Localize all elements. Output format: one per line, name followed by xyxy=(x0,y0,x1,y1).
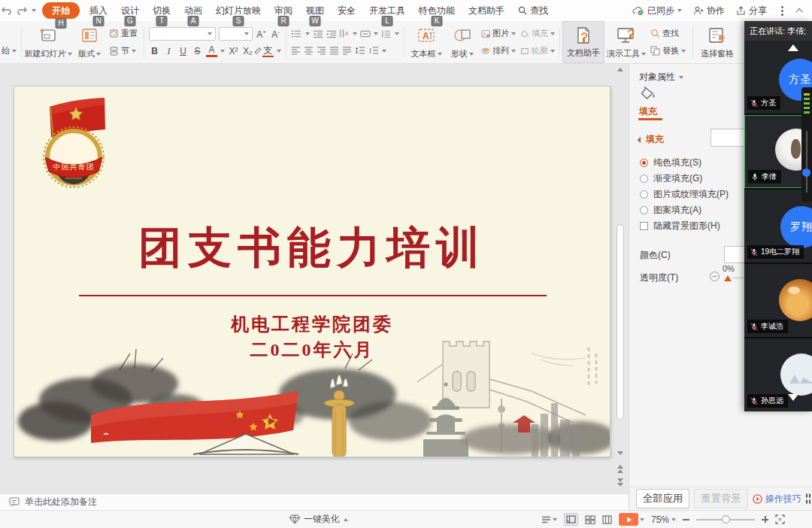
participant-tile-sunsiyuan[interactable]: 孙思远 xyxy=(744,338,812,411)
start-stub-button[interactable]: 始 xyxy=(2,44,17,58)
zoom-slider[interactable] xyxy=(696,519,755,520)
notes-bar[interactable]: 单击此处添加备注 xyxy=(0,493,629,510)
paragraph-spacing-icon[interactable] xyxy=(368,47,379,55)
find-button[interactable]: 查找 xyxy=(650,27,688,41)
participant-tile-lichenghao[interactable]: 李诚浩 xyxy=(744,264,812,337)
tab-security[interactable]: 安全 xyxy=(331,0,362,21)
fill-section-header[interactable]: 填充 xyxy=(638,133,664,146)
volume-slider-thumb[interactable] xyxy=(802,168,810,177)
volume-slider-track[interactable] xyxy=(806,131,807,193)
ribbon-doc-assistant-button[interactable]: 文档助手 xyxy=(562,21,604,63)
present-tools-button[interactable]: 演示工具 xyxy=(604,21,648,63)
zoom-out-button[interactable] xyxy=(683,519,689,520)
slide-title[interactable]: 团支书能力培训 xyxy=(14,219,610,278)
subscript-button[interactable]: X₂ xyxy=(242,45,253,57)
tab-home[interactable]: 开始H xyxy=(42,2,80,19)
sync-status[interactable]: 已同步 xyxy=(632,5,682,17)
editing-canvas[interactable]: 中国共青团 团支书能力培训 机电工程学院团委 二0二0年六月 xyxy=(0,64,629,493)
layout-button[interactable]: 版式 xyxy=(72,21,107,63)
more-menu-icon[interactable] xyxy=(781,10,783,12)
volume-slider-popup[interactable] xyxy=(801,87,812,202)
radio-picture-fill[interactable] xyxy=(640,190,648,199)
phonetic-caret-icon[interactable] xyxy=(277,50,281,53)
expand-more-participants-icon[interactable] xyxy=(788,394,798,401)
indent-decrease-icon[interactable] xyxy=(313,29,323,38)
scrollbar-thumb[interactable] xyxy=(617,224,624,420)
text-direction-icon[interactable]: A xyxy=(339,29,350,38)
textbox-button[interactable]: A 文本框 xyxy=(407,21,446,63)
share-button[interactable]: 分享 xyxy=(736,5,767,17)
font-color-button[interactable]: A xyxy=(206,45,217,57)
picture-button[interactable]: 图片 xyxy=(481,27,516,41)
tab-developer[interactable]: 开发工具L xyxy=(362,0,412,21)
columns-icon[interactable] xyxy=(381,29,392,38)
play-slideshow-button[interactable] xyxy=(619,513,638,526)
panel-title[interactable]: 对象属性 xyxy=(639,71,683,83)
tab-special-features[interactable]: 特色功能K xyxy=(412,0,462,21)
slide-sorter-view-icon[interactable] xyxy=(585,515,595,524)
option-gradient-fill[interactable]: 渐变填充(G) xyxy=(640,172,702,185)
reset-button[interactable]: 重置 xyxy=(109,27,139,41)
tab-transition[interactable]: 切换T xyxy=(146,0,177,21)
zoom-slider-thumb[interactable] xyxy=(722,515,730,523)
superscript-button[interactable]: X² xyxy=(228,45,239,57)
reset-background-button[interactable]: 重置背景 xyxy=(694,489,747,508)
collapse-ribbon-icon[interactable] xyxy=(795,8,803,15)
font-name-select[interactable] xyxy=(149,27,216,41)
menu-find[interactable]: 查找 xyxy=(511,0,555,21)
tab-animation[interactable]: 动画A xyxy=(177,0,209,21)
reading-view-icon[interactable] xyxy=(602,515,612,524)
one-click-beautify-button[interactable]: 一键美化 xyxy=(289,513,348,526)
tab-design[interactable]: 设计G xyxy=(114,0,146,21)
bullets-icon[interactable] xyxy=(291,29,302,38)
title-divider-line[interactable] xyxy=(79,295,547,296)
radio-solid-fill[interactable] xyxy=(640,159,648,167)
option-pattern-fill[interactable]: 图案填充(A) xyxy=(640,204,701,217)
italic-button[interactable]: I xyxy=(163,45,174,57)
align-text-icon[interactable] xyxy=(360,29,371,38)
undo-icon[interactable] xyxy=(2,6,12,15)
outline-button[interactable]: 轮廓 xyxy=(520,44,555,58)
shapes-button[interactable]: 形状 xyxy=(446,21,479,63)
fit-to-window-icon[interactable] xyxy=(775,514,785,524)
previous-slide-button[interactable] xyxy=(614,465,626,473)
zoom-in-button[interactable] xyxy=(762,516,768,523)
zoom-level[interactable]: 75% xyxy=(651,514,676,525)
justify-icon[interactable] xyxy=(329,47,339,55)
scroll-up-icon[interactable] xyxy=(617,68,623,71)
checkbox-hide-background[interactable] xyxy=(640,222,648,230)
vertical-scrollbar[interactable] xyxy=(614,66,626,492)
option-hide-background[interactable]: 隐藏背景图形(H) xyxy=(640,220,720,232)
option-solid-fill[interactable]: 纯色填充(S) xyxy=(640,156,701,169)
collapse-panel-icon[interactable] xyxy=(788,44,798,51)
scroll-down-icon[interactable] xyxy=(617,451,623,455)
play-options-caret-icon[interactable] xyxy=(640,518,644,521)
radio-pattern-fill[interactable] xyxy=(640,206,648,214)
arrange-button[interactable]: 排列 xyxy=(481,44,516,58)
underline-button[interactable]: U xyxy=(177,45,189,57)
panel-tab-fill[interactable]: 填充 xyxy=(639,105,657,118)
increase-font-button[interactable]: A+ xyxy=(256,26,267,41)
tab-insert[interactable]: 插入N xyxy=(83,0,114,21)
normal-view-button[interactable] xyxy=(564,513,578,526)
fill-button[interactable]: 填充 xyxy=(520,27,555,41)
slide[interactable]: 中国共青团 团支书能力培训 机电工程学院团委 二0二0年六月 xyxy=(14,86,611,457)
next-slide-button[interactable] xyxy=(614,478,626,487)
font-size-select[interactable] xyxy=(219,27,253,41)
align-right-icon[interactable] xyxy=(317,47,326,55)
tab-view[interactable]: 视图W xyxy=(299,0,331,21)
youth-league-emblem[interactable]: 中国共青团 xyxy=(31,94,115,192)
slide-ink-artwork[interactable] xyxy=(14,325,611,457)
operation-tips-link[interactable]: 操作技巧 xyxy=(753,493,801,505)
line-spacing-icon[interactable] xyxy=(355,47,365,55)
decrease-font-button[interactable]: A- xyxy=(270,26,281,41)
tab-slideshow[interactable]: 幻灯片放映S xyxy=(209,0,268,21)
transparency-slider-handle[interactable] xyxy=(724,275,732,281)
redo-icon[interactable] xyxy=(17,6,27,15)
align-left-icon[interactable] xyxy=(291,47,301,55)
transparency-decrease-button[interactable]: − xyxy=(710,272,720,281)
task-pane-grid-icon[interactable] xyxy=(806,493,810,504)
slideshow-menu-button[interactable] xyxy=(541,516,557,523)
radio-gradient-fill[interactable] xyxy=(640,174,648,183)
align-center-icon[interactable] xyxy=(304,47,314,55)
